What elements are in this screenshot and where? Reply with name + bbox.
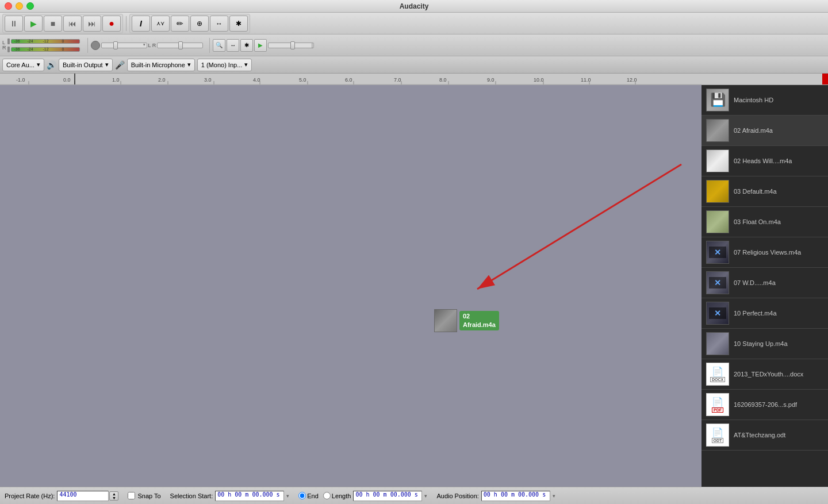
cursor-indicator xyxy=(822,74,828,85)
selection-start-group: Selection Start: 00 h 00 m 00.000 s ▾ xyxy=(170,491,290,501)
zoom-fit-button[interactable]: ↔ xyxy=(227,39,239,52)
spinner-up[interactable]: ▲ xyxy=(110,492,118,496)
drag-label: 02 Afraid.m4a xyxy=(459,311,499,331)
snap-to-label: Snap To xyxy=(137,493,160,499)
length-radio-label[interactable]: Length xyxy=(323,492,351,499)
envelope-tool-button[interactable]: ⋏⋎ xyxy=(151,16,170,32)
sidebar-item-default[interactable]: 03 Default.m4a xyxy=(702,176,828,207)
sidebar-item-religious-views[interactable]: ✕ 07 Religious Views.m4a xyxy=(702,237,828,268)
odt-icon: 📄 xyxy=(712,427,723,438)
track-area[interactable]: 02 Afraid.m4a xyxy=(0,85,702,487)
svg-text:5.0: 5.0 xyxy=(299,77,306,83)
maximize-button[interactable] xyxy=(26,2,34,10)
end-length-radio: End Length xyxy=(298,492,351,499)
statusbar: Project Rate (Hz): 44100 ▲ ▼ Snap To Sel… xyxy=(0,487,828,504)
playback-speed-slider[interactable]: | xyxy=(268,43,314,48)
drag-tooltip: 02 Afraid.m4a xyxy=(434,309,499,332)
play-button[interactable]: ▶ xyxy=(24,16,43,32)
snap-to-checkbox[interactable] xyxy=(128,492,135,499)
channels-select[interactable]: 1 (Mono) Inp... ▾ xyxy=(197,59,252,71)
input-device-select[interactable]: Built-in Microphone ▾ xyxy=(127,59,195,71)
skip-end-button[interactable]: ⏭ xyxy=(83,16,101,32)
record-button[interactable]: ● xyxy=(102,16,121,32)
thumb-float-on xyxy=(706,210,729,233)
skip-start-button[interactable]: ⏮ xyxy=(63,16,82,32)
output-volume-icon2: 🔊 xyxy=(47,60,56,70)
timeshift-tool-button[interactable]: ↔ xyxy=(210,16,228,32)
label-heads-will: 02 Heads Will....m4a xyxy=(734,157,792,165)
svg-line-31 xyxy=(477,164,681,289)
minimize-button[interactable] xyxy=(16,2,23,10)
svg-text:8.0: 8.0 xyxy=(439,77,447,83)
label-odt: AT&Ttechzang.odt xyxy=(734,431,785,439)
draw-tool-button[interactable]: ✏ xyxy=(171,16,189,32)
svg-text:-1.0: -1.0 xyxy=(16,77,25,83)
docx-icon: 📄 xyxy=(712,366,723,377)
project-rate-input[interactable]: 44100 xyxy=(57,491,109,501)
device-toolbar: Core Au... ▾ 🔊 Built-in Output ▾ 🎤 Built… xyxy=(0,56,828,74)
project-rate-label: Project Rate (Hz): xyxy=(5,493,55,499)
svg-text:7.0: 7.0 xyxy=(394,77,401,83)
thumb-tedx-docx: 📄 DOCX xyxy=(706,363,729,386)
svg-text:4.0: 4.0 xyxy=(253,77,260,83)
sidebar-item-heads-will[interactable]: 02 Heads Will....m4a xyxy=(702,146,828,176)
thumb-wd: ✕ xyxy=(706,271,729,294)
project-rate-spinner[interactable]: ▲ ▼ xyxy=(109,491,118,501)
end-value-input[interactable]: 00 h 00 m 00.000 s xyxy=(353,491,422,501)
thumb-default xyxy=(706,180,729,203)
audio-host-select[interactable]: Core Au... ▾ xyxy=(2,59,44,71)
multi-tool-button[interactable]: ✱ xyxy=(229,16,248,32)
selection-start-input[interactable]: 00 h 00 m 00.000 s xyxy=(215,491,284,501)
audio-host-label: Core Au... xyxy=(6,61,34,68)
svg-text:0.0: 0.0 xyxy=(63,77,71,83)
pause-button[interactable]: ⏸ xyxy=(5,16,23,32)
pan-slider[interactable] xyxy=(157,43,203,48)
svg-text:6.0: 6.0 xyxy=(345,77,352,83)
zoom-tool-button[interactable]: ⊕ xyxy=(190,16,209,32)
zoom-sel-button[interactable]: ✱ xyxy=(240,39,253,52)
label-staying-up: 10 Staying Up.m4a xyxy=(734,340,788,348)
selection-tool-button[interactable]: I xyxy=(132,16,150,32)
window-controls[interactable] xyxy=(5,2,34,10)
hd-icon: 💾 xyxy=(710,93,726,107)
sidebar-item-afraid[interactable]: 02 Afraid.m4a xyxy=(702,116,828,146)
output-device-select[interactable]: Built-in Output ▾ xyxy=(59,59,113,71)
drag-thumbnail xyxy=(434,309,457,332)
thumb-odt: 📄 ODT xyxy=(706,424,729,447)
volume-slider[interactable]: ▾ xyxy=(101,43,147,48)
end-radio-label[interactable]: End xyxy=(298,492,319,499)
label-wd: 07 W.D.....m4a xyxy=(734,279,776,287)
volume-knob[interactable] xyxy=(91,41,100,50)
sidebar-item-wd[interactable]: ✕ 07 W.D.....m4a xyxy=(702,268,828,298)
main-area: 02 Afraid.m4a 💾 Macintosh HD 02 Afraid.m… xyxy=(0,85,828,487)
spinner-down[interactable]: ▼ xyxy=(110,496,118,500)
zoom-in-button[interactable]: 🔍 xyxy=(213,39,225,52)
transport-controls: ⏸ ▶ ■ ⏮ ⏭ ● xyxy=(2,14,123,33)
svg-text:9.0: 9.0 xyxy=(487,77,494,83)
thumb-afraid xyxy=(706,119,729,142)
close-button[interactable] xyxy=(5,2,12,10)
stop-button[interactable]: ■ xyxy=(44,16,62,32)
input-volume-icon xyxy=(7,47,10,52)
sidebar-item-tedx-docx[interactable]: 📄 DOCX 2013_TEDxYouth....docx xyxy=(702,359,828,390)
docx-badge: DOCX xyxy=(710,377,725,382)
sidebar-item-staying-up[interactable]: 10 Staying Up.m4a xyxy=(702,329,828,359)
sidebar-item-macintosh-hd[interactable]: 💾 Macintosh HD xyxy=(702,85,828,116)
lr-label2: L R xyxy=(148,43,156,48)
audio-position-input[interactable]: 00 h 00 m 00.000 s xyxy=(481,491,550,501)
separator xyxy=(126,16,126,31)
play-at-speed-button[interactable]: ▶ xyxy=(254,39,267,52)
thumb-pdf: 📄 PDF xyxy=(706,393,729,416)
pdf-badge: PDF xyxy=(712,407,723,413)
mixer-toolbar: LR -36 -24 -12 0 -36 -24 -12 0 xyxy=(0,34,828,56)
sidebar-item-perfect[interactable]: ✕ 10 Perfect.m4a xyxy=(702,298,828,329)
length-radio[interactable] xyxy=(323,492,331,499)
sidebar-item-float-on[interactable]: 03 Float On.m4a xyxy=(702,207,828,237)
label-religious-views: 07 Religious Views.m4a xyxy=(734,248,801,256)
sidebar-item-odt[interactable]: 📄 ODT AT&Ttechzang.odt xyxy=(702,420,828,451)
thumb-perfect: ✕ xyxy=(706,302,729,325)
label-float-on: 03 Float On.m4a xyxy=(734,218,781,226)
end-radio[interactable] xyxy=(298,492,306,499)
sidebar-item-pdf[interactable]: 📄 PDF 162069357-206...s.pdf xyxy=(702,390,828,420)
thumb-religious-views: ✕ xyxy=(706,241,729,264)
